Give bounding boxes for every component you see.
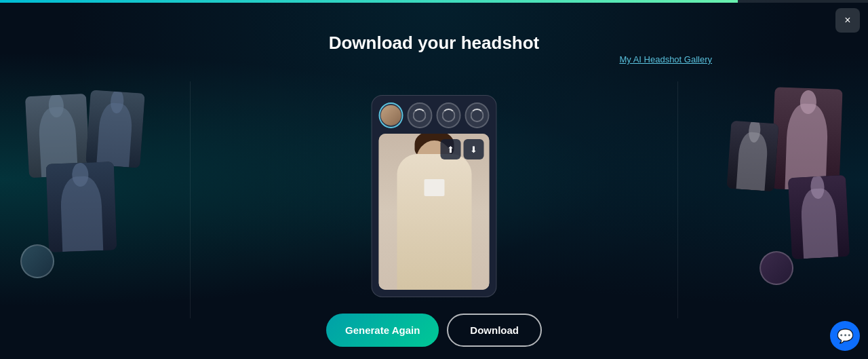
left-decorative-photos bbox=[14, 88, 163, 326]
loading-spinner-3 bbox=[441, 109, 455, 122]
progress-bar-container bbox=[0, 0, 868, 3]
thumbnail-1[interactable] bbox=[379, 102, 403, 128]
left-avatar bbox=[20, 244, 54, 278]
generate-again-button[interactable]: Generate Again bbox=[326, 314, 439, 347]
chat-fab-button[interactable]: 💬 bbox=[830, 321, 860, 351]
right-photo-3 bbox=[727, 121, 779, 192]
enhance-button[interactable]: ⬆ bbox=[441, 139, 461, 159]
person-body bbox=[397, 154, 471, 290]
left-photo-3 bbox=[46, 162, 117, 252]
main-card: ⬆ ⬇ bbox=[372, 95, 497, 297]
page-title: Download your headshot bbox=[329, 33, 540, 54]
divider-right bbox=[677, 81, 678, 318]
loading-spinner-2 bbox=[413, 109, 427, 122]
thumbnail-4[interactable] bbox=[465, 102, 489, 128]
right-decorative-photos bbox=[705, 88, 854, 326]
chat-icon: 💬 bbox=[837, 328, 854, 344]
image-action-buttons: ⬆ ⬇ bbox=[441, 139, 484, 159]
right-avatar bbox=[760, 251, 793, 285]
thumbnail-3[interactable] bbox=[436, 102, 460, 128]
bottom-actions: Generate Again Download bbox=[326, 314, 542, 347]
loading-spinner-4 bbox=[470, 109, 484, 122]
progress-bar-fill bbox=[0, 0, 738, 3]
divider-left bbox=[190, 81, 191, 318]
thumb-photo bbox=[381, 105, 401, 126]
left-photo-2 bbox=[85, 90, 144, 168]
close-button[interactable]: × bbox=[835, 8, 860, 33]
person-collar bbox=[424, 179, 444, 196]
headshot-image-area: ⬆ ⬇ bbox=[379, 134, 490, 290]
download-button[interactable]: Download bbox=[447, 314, 542, 347]
thumbnail-row bbox=[379, 102, 490, 128]
right-photo-2 bbox=[788, 175, 850, 259]
thumbnail-2[interactable] bbox=[408, 102, 432, 128]
download-icon-button[interactable]: ⬇ bbox=[464, 139, 484, 159]
gallery-link[interactable]: My AI Headshot Gallery bbox=[619, 54, 712, 64]
